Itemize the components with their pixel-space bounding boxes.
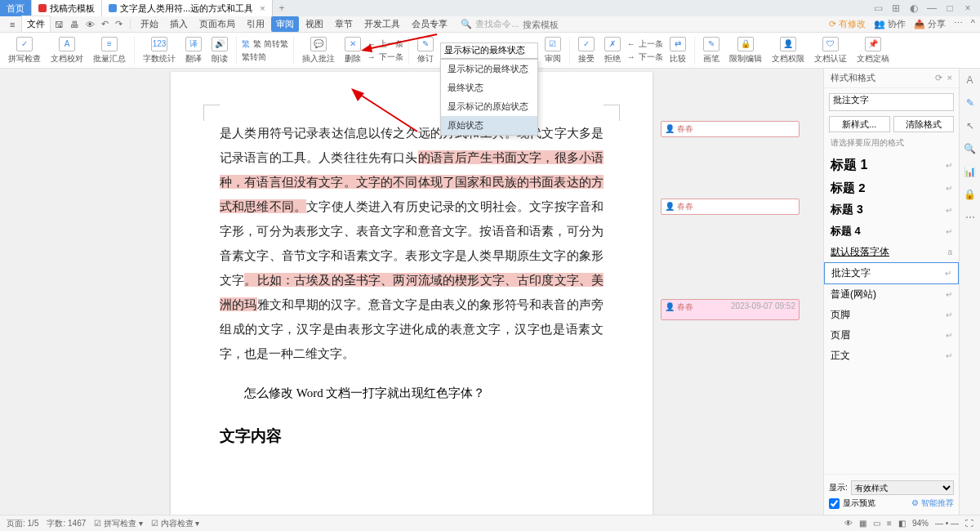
display-mode-combo[interactable]: 显示标记的最终状态 [440, 42, 538, 59]
preview-checkbox[interactable] [829, 498, 840, 509]
tab-home[interactable]: 首页 [0, 0, 32, 16]
rail-select-icon[interactable]: ↖ [964, 119, 977, 132]
word-count[interactable]: 字数: 1467 [47, 518, 86, 529]
spellcheck-button[interactable]: ✓拼写检查 [5, 37, 44, 65]
heading-2[interactable]: 文字内容 [220, 426, 604, 447]
menu-section[interactable]: 章节 [330, 16, 358, 32]
review-button[interactable]: ☑审阅 [541, 37, 564, 65]
close-icon[interactable]: × [260, 3, 265, 13]
spellcheck-status[interactable]: ☑ 拼写检查 ▾ [94, 518, 143, 529]
redo-icon[interactable]: ↷ [113, 19, 125, 29]
rail-more-icon[interactable]: ⋯ [964, 211, 977, 224]
style-footer[interactable]: 页脚↵ [824, 305, 959, 325]
show-select[interactable]: 有效样式 [851, 480, 954, 495]
menu-devtools[interactable]: 开发工具 [359, 16, 405, 32]
batch-button[interactable]: ≡批量汇总 [90, 37, 129, 65]
layout-icon[interactable]: ▭ [872, 2, 884, 14]
accept-button[interactable]: ✓接受 [575, 37, 598, 65]
comment-balloon-2[interactable]: 👤 春春 [661, 199, 800, 215]
style-combo[interactable]: 批注文字 [829, 93, 954, 111]
search-icon[interactable]: 🔍 [461, 19, 472, 29]
undo-icon[interactable]: ↶ [99, 19, 111, 29]
menu-reference[interactable]: 引用 [242, 16, 270, 32]
document-area[interactable]: 是人类用符号记录表达信息以传之久远的方式和工具。现代文字大多是记录语言的工具。人… [0, 69, 823, 515]
menu-layout[interactable]: 页面布局 [194, 16, 240, 32]
style-normal-web[interactable]: 普通(网站)↵ [824, 284, 959, 305]
permission-button[interactable]: 👤文档权限 [768, 37, 808, 65]
new-style-button[interactable]: 新样式... [829, 116, 890, 132]
style-heading1[interactable]: 标题 1↵ [824, 154, 959, 177]
menu-insert[interactable]: 插入 [165, 16, 193, 32]
view-mode-icon[interactable]: 👁 [844, 519, 853, 528]
maximize-icon[interactable]: □ [944, 2, 956, 14]
view-print-icon[interactable]: ▦ [859, 519, 866, 528]
save-icon[interactable]: 🖫 [52, 20, 66, 29]
zoom-level[interactable]: 94% [912, 519, 929, 528]
proofread-button[interactable]: A文档校对 [47, 37, 87, 65]
next-change-button[interactable]: → 下一条 [627, 51, 663, 63]
coop-button[interactable]: 👥 协作 [874, 18, 906, 30]
grid-icon[interactable]: ⊞ [890, 2, 902, 14]
menu-member[interactable]: 会员专享 [407, 16, 452, 32]
next-comment-button[interactable]: → 下一条 [368, 51, 403, 63]
rail-chart-icon[interactable]: 📊 [964, 165, 977, 178]
collapse-icon[interactable]: ^ [971, 18, 975, 30]
page-indicator[interactable]: 页面: 1/5 [7, 518, 38, 529]
restrict-button[interactable]: 🔒限制编辑 [726, 37, 765, 65]
compare-button[interactable]: ⇄比较 [666, 37, 689, 65]
close-window-icon[interactable]: × [962, 2, 973, 14]
more-icon[interactable]: ⋯ [954, 18, 963, 30]
style-heading3[interactable]: 标题 3↵ [824, 199, 959, 221]
view-outline-icon[interactable]: ≡ [887, 519, 892, 528]
skin-icon[interactable]: ◐ [908, 2, 920, 14]
delete-comment-button[interactable]: ✕删除 [341, 37, 364, 65]
rail-lock-icon[interactable]: 🔒 [964, 188, 977, 201]
zoom-slider[interactable]: — • — [935, 519, 959, 528]
close-panel-icon[interactable]: × [947, 73, 952, 83]
style-comment-text[interactable]: 批注文字↵ [824, 262, 959, 284]
trad-button[interactable]: 繁转简 [242, 51, 288, 63]
comment-balloon-3[interactable]: 👤 春春2023-09-07 09:52 [661, 299, 800, 320]
question-line[interactable]: 怎么修改 Word 文档一打字就出现红色字体？ [220, 386, 604, 401]
tab-document[interactable]: 文字是人类用符...远的方式和工具× [102, 0, 273, 16]
prev-comment-button[interactable]: ← 上一条 [368, 38, 403, 50]
pen-button[interactable]: ✎画笔 [700, 37, 723, 65]
share-button[interactable]: 📤 分享 [914, 18, 946, 30]
paragraph-1[interactable]: 是人类用符号记录表达信息以传之久远的方式和工具。现代文字大多是记录语言的工具。人… [220, 121, 604, 366]
rail-format-icon[interactable]: A [964, 74, 977, 87]
content-check-status[interactable]: ☑ 内容检查 ▾ [151, 518, 200, 529]
tab-add[interactable]: + [273, 2, 292, 14]
auth-button[interactable]: 🛡文档认证 [811, 37, 850, 65]
prev-change-button[interactable]: ← 上一条 [627, 38, 663, 50]
anchor-button[interactable]: 📌文档定稿 [853, 37, 893, 65]
style-heading2[interactable]: 标题 2↵ [824, 177, 959, 199]
dropdown-item-original[interactable]: 原始状态 [441, 116, 537, 135]
unsaved-indicator[interactable]: ⟳ 有修改 [829, 18, 866, 30]
fullscreen-icon[interactable]: ⛶ [965, 519, 973, 528]
read-button[interactable]: 🔊朗读 [208, 37, 231, 65]
file-menu[interactable]: 文件 [21, 16, 51, 33]
smart-link[interactable]: ⚙ 智能推荐 [911, 498, 954, 509]
menu-view[interactable]: 视图 [301, 16, 328, 32]
menu-icon[interactable]: ≡ [5, 18, 20, 31]
zoom-out-icon[interactable]: ◧ [898, 519, 906, 528]
wordcount-button[interactable]: 123字数统计 [140, 37, 179, 65]
track-changes-button[interactable]: ✎修订 [414, 37, 437, 65]
menu-start[interactable]: 开始 [136, 16, 163, 32]
dropdown-item-final-markup[interactable]: 显示标记的最终状态 [441, 60, 537, 78]
tab-template[interactable]: 找稿壳模板 [32, 0, 102, 16]
print-icon[interactable]: 🖶 [68, 20, 82, 29]
search-input[interactable] [523, 20, 588, 29]
style-header[interactable]: 页眉↵ [824, 325, 959, 346]
refresh-icon[interactable]: ⟳ [935, 73, 942, 83]
preview-icon[interactable]: 👁 [83, 20, 97, 29]
style-default-font[interactable]: 默认段落字体a [824, 242, 959, 262]
style-heading4[interactable]: 标题 4↵ [824, 221, 959, 242]
rail-style-icon[interactable]: ✎ [964, 96, 977, 109]
style-body[interactable]: 正文↵ [824, 346, 959, 366]
rail-search-icon[interactable]: 🔍 [964, 142, 977, 155]
dropdown-item-final[interactable]: 最终状态 [441, 78, 537, 97]
clear-format-button[interactable]: 清除格式 [893, 116, 955, 132]
dropdown-item-original-markup[interactable]: 显示标记的原始状态 [441, 97, 537, 116]
translate-button[interactable]: 译翻译 [182, 37, 205, 65]
